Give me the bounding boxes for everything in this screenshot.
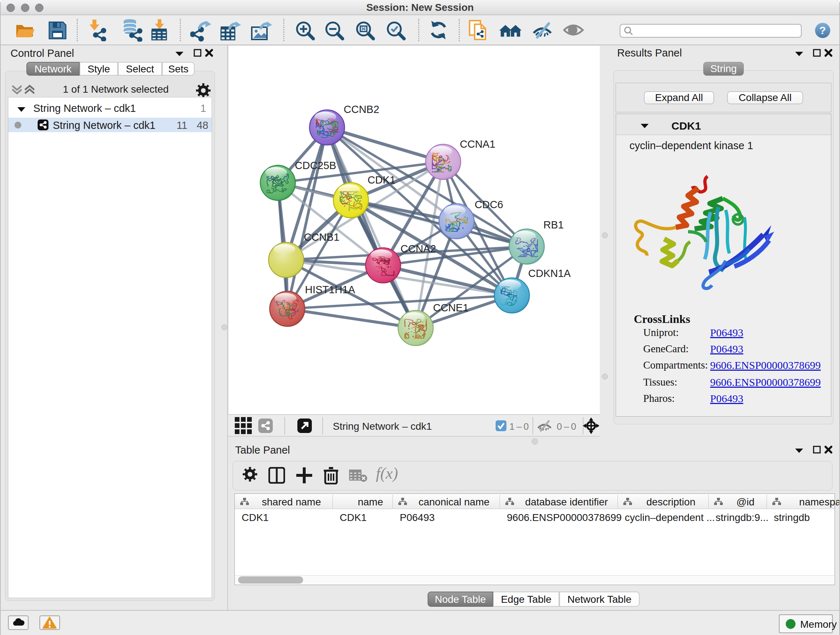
svg-text:CDKN1A: CDKN1A xyxy=(528,268,571,279)
svg-text:CCNA1: CCNA1 xyxy=(460,138,495,150)
svg-text:CDK1: CDK1 xyxy=(368,174,395,186)
svg-text:HIST1H1A: HIST1H1A xyxy=(305,284,355,295)
svg-text:CCNA2: CCNA2 xyxy=(401,243,436,255)
svg-text:RB1: RB1 xyxy=(543,219,564,231)
svg-text:CDC25B: CDC25B xyxy=(295,160,336,171)
svg-text:CCNB2: CCNB2 xyxy=(344,103,379,115)
svg-text:CDC6: CDC6 xyxy=(475,199,503,211)
svg-text:CCNE1: CCNE1 xyxy=(433,302,469,314)
svg-text:CCNB1: CCNB1 xyxy=(304,231,339,243)
